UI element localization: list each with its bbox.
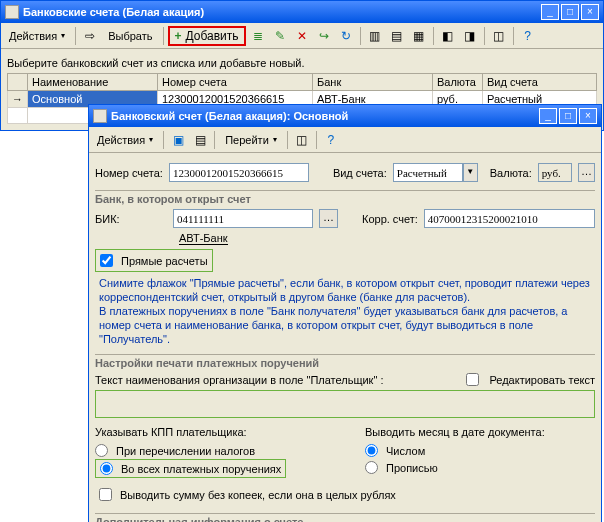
col-bank[interactable]: Банк bbox=[313, 74, 433, 91]
kpp-opt-all[interactable] bbox=[100, 462, 113, 475]
currency-select-button[interactable]: … bbox=[578, 163, 595, 182]
currency-field[interactable] bbox=[538, 163, 572, 182]
label-currency: Валюта: bbox=[490, 167, 532, 179]
payer-name-text[interactable] bbox=[95, 390, 595, 418]
tb-edit-icon[interactable]: ✎ bbox=[270, 26, 290, 46]
tb-filter1-icon[interactable]: ▥ bbox=[365, 26, 385, 46]
tb-filter3-icon[interactable]: ▦ bbox=[409, 26, 429, 46]
section-print: Настройки печати платежных поручений bbox=[95, 357, 595, 369]
month-opt-words[interactable] bbox=[365, 461, 378, 474]
close-button[interactable]: × bbox=[581, 4, 599, 20]
add-button[interactable]: + Добавить bbox=[168, 26, 246, 46]
tb-action1-icon[interactable]: ◧ bbox=[438, 26, 458, 46]
toolbar-detail: Действия ▣ ▤ Перейти ◫ ? bbox=[89, 127, 601, 153]
tb-copy-icon[interactable]: ≣ bbox=[248, 26, 268, 46]
direct-payments-note: Снимите флажок "Прямые расчеты", если ба… bbox=[99, 276, 595, 346]
col-name[interactable]: Наименование bbox=[28, 74, 158, 91]
toolbar-main: Действия ⇨ Выбрать + Добавить ≣ ✎ ✕ ↪ ↻ … bbox=[1, 23, 603, 49]
titlebar-main: Банковские счета (Белая акация) _ □ × bbox=[1, 1, 603, 23]
col-type[interactable]: Вид счета bbox=[483, 74, 597, 91]
select-button[interactable]: Выбрать bbox=[102, 28, 158, 44]
section-extra: Дополнительная информация о счете bbox=[95, 516, 595, 522]
edit-text-checkbox[interactable] bbox=[466, 373, 479, 386]
minimize-button[interactable]: _ bbox=[541, 4, 559, 20]
tb-move-icon[interactable]: ↪ bbox=[314, 26, 334, 46]
label-no-kopecks: Выводить сумму без копеек, если она в це… bbox=[120, 489, 396, 501]
kpp-opt-tax[interactable] bbox=[95, 444, 108, 457]
tb-misc-icon[interactable]: ◫ bbox=[292, 130, 312, 150]
korr-account-field[interactable] bbox=[424, 209, 595, 228]
save-icon[interactable]: ▣ bbox=[168, 130, 188, 150]
maximize-button[interactable]: □ bbox=[559, 108, 577, 124]
app-icon bbox=[93, 109, 107, 123]
label-edit-text: Редактировать текст bbox=[489, 374, 595, 386]
titlebar-detail: Банковский счет (Белая акация): Основной… bbox=[89, 105, 601, 127]
label-bik: БИК: bbox=[95, 213, 167, 225]
label-month: Выводить месяц в дате документа: bbox=[365, 426, 595, 438]
label-korr: Корр. счет: bbox=[362, 213, 418, 225]
goto-menu[interactable]: Перейти bbox=[219, 132, 283, 148]
label-kpp: Указывать КПП плательщика: bbox=[95, 426, 325, 438]
direct-payments-label: Прямые расчеты bbox=[121, 255, 208, 267]
tb-action3-icon[interactable]: ◫ bbox=[489, 26, 509, 46]
tb-delete-icon[interactable]: ✕ bbox=[292, 26, 312, 46]
col-marker[interactable] bbox=[8, 74, 28, 91]
tb-action2-icon[interactable]: ◨ bbox=[460, 26, 480, 46]
tb-filter2-icon[interactable]: ▤ bbox=[387, 26, 407, 46]
copy-icon[interactable]: ▤ bbox=[190, 130, 210, 150]
label-acctype: Вид счета: bbox=[333, 167, 387, 179]
account-number-field[interactable] bbox=[169, 163, 309, 182]
direct-payments-checkbox[interactable] bbox=[100, 254, 113, 267]
bik-select-button[interactable]: … bbox=[319, 209, 338, 228]
label-accnum: Номер счета: bbox=[95, 167, 163, 179]
bank-name-link[interactable]: АВТ-Банк bbox=[179, 232, 228, 245]
bik-field[interactable] bbox=[173, 209, 313, 228]
col-number[interactable]: Номер счета bbox=[158, 74, 313, 91]
maximize-button[interactable]: □ bbox=[561, 4, 579, 20]
window-title-detail: Банковский счет (Белая акация): Основной bbox=[107, 110, 539, 122]
direct-payments-row[interactable]: Прямые расчеты bbox=[95, 249, 213, 272]
close-button[interactable]: × bbox=[579, 108, 597, 124]
actions-menu[interactable]: Действия bbox=[91, 132, 159, 148]
col-currency[interactable]: Валюта bbox=[433, 74, 483, 91]
help-icon[interactable]: ? bbox=[321, 130, 341, 150]
plus-icon: + bbox=[175, 29, 182, 43]
account-detail-window: Банковский счет (Белая акация): Основной… bbox=[88, 104, 602, 522]
select-icon[interactable]: ⇨ bbox=[80, 26, 100, 46]
window-title: Банковские счета (Белая акация) bbox=[19, 6, 541, 18]
label-payer-text: Текст наименования организации в поле "П… bbox=[95, 374, 383, 386]
row-marker-cell: → bbox=[8, 91, 28, 108]
minimize-button[interactable]: _ bbox=[539, 108, 557, 124]
no-kopecks-checkbox[interactable] bbox=[99, 488, 112, 501]
month-opt-number[interactable] bbox=[365, 444, 378, 457]
actions-menu[interactable]: Действия bbox=[3, 28, 71, 44]
tb-refresh-icon[interactable]: ↻ bbox=[336, 26, 356, 46]
account-type-combo[interactable]: ▼ bbox=[393, 163, 478, 182]
help-icon[interactable]: ? bbox=[518, 26, 538, 46]
chevron-down-icon[interactable]: ▼ bbox=[463, 163, 478, 182]
section-bank: Банк, в котором открыт счет bbox=[95, 193, 595, 205]
app-icon bbox=[5, 5, 19, 19]
hint-text: Выберите банковский счет из списка или д… bbox=[7, 57, 597, 69]
